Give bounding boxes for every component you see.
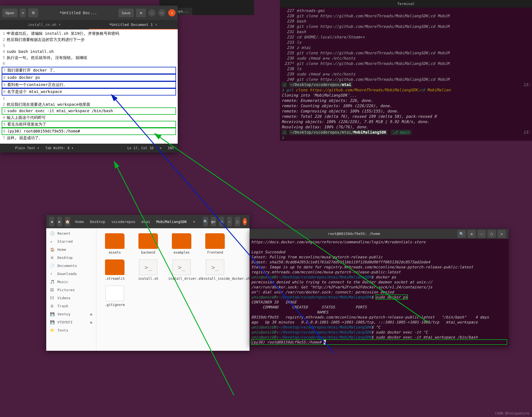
gedit-headerbar: Open ▾ ⧉ *Untitled Doc... Save ≡ — ▢ ✕ bbox=[0, 6, 178, 20]
file-item[interactable]: >_install_inside_docker.sh bbox=[202, 259, 228, 281]
sidebar-icon: ★ bbox=[50, 239, 55, 244]
file-item[interactable]: assets bbox=[101, 233, 128, 254]
close-button[interactable]: ✕ bbox=[497, 230, 506, 238]
sidebar-item[interactable]: ★Starred bbox=[46, 237, 96, 246]
eject-icon[interactable]: ⏏ bbox=[90, 320, 92, 324]
hamburger-menu-button[interactable]: ≡ bbox=[136, 9, 146, 17]
minimize-button[interactable]: — bbox=[477, 230, 486, 238]
file-item[interactable]: .gitignore bbox=[101, 286, 128, 307]
breadcrumb-item[interactable]: MobiMaliangSDK bbox=[154, 219, 189, 225]
gedit-window: Open ▾ ⧉ *Untitled Doc... Save ≡ — ▢ ✕ i… bbox=[0, 6, 178, 153]
chevron-down-icon[interactable]: ▾ bbox=[191, 219, 197, 225]
sidebar-item[interactable]: 🏠Home bbox=[46, 246, 96, 254]
tab-untitled[interactable]: *Untitled Document 1 × bbox=[89, 20, 178, 30]
sidebar-item[interactable]: 📁fonts bbox=[46, 326, 96, 334]
editor-line: 7我们需要打开 docker 了。 bbox=[2, 67, 176, 74]
hamburger-menu-button[interactable]: ≡ bbox=[219, 217, 224, 226]
sidebar-icon: 💾 bbox=[50, 312, 55, 316]
eject-icon[interactable]: ⏏ bbox=[90, 312, 92, 316]
editor-line: 5看见当前环境更改为了 bbox=[2, 121, 176, 128]
file-item[interactable]: backend bbox=[135, 233, 162, 254]
terminal-title: Terminal bbox=[280, 0, 532, 8]
home-icon[interactable]: 🏠 bbox=[65, 217, 70, 226]
sidebar-icon: 📄 bbox=[50, 264, 55, 268]
sidebar-item[interactable]: 🖥Desktop bbox=[46, 254, 96, 262]
gedit-statusbar: Plain Text ▾ Tab Width: 8 ▾ Ln 17, Col 1… bbox=[0, 144, 178, 153]
breadcrumb-item[interactable]: mtai bbox=[139, 219, 152, 225]
editor-line: 3 bbox=[2, 43, 176, 49]
minimize-button[interactable]: — bbox=[227, 217, 232, 226]
close-button[interactable]: ✕ bbox=[243, 218, 247, 225]
sidebar-item[interactable]: 🖼Pictures bbox=[46, 286, 96, 294]
sidebar-icon: 🗑 bbox=[50, 304, 55, 308]
sidebar-item[interactable]: ⬇Downloads bbox=[46, 270, 96, 278]
sidebar-item[interactable]: 🗑Trash bbox=[46, 302, 96, 310]
editor-line: 2然后我们需要根据左边的官方文档进行下一步 bbox=[2, 37, 176, 43]
open-button[interactable]: Open bbox=[2, 9, 18, 17]
editor-line: 0名字是这个 mtai_workspace bbox=[2, 88, 176, 95]
search-button[interactable]: 🔍 bbox=[203, 217, 208, 226]
watermark: CSDN @YuniqueCore bbox=[495, 411, 529, 415]
editor-area[interactable]: 1申请成功后, 请编辑 install.sh 第19行, 并替换账号和密码2然后… bbox=[0, 30, 178, 144]
view-options-button[interactable]: ▤▾ bbox=[211, 217, 216, 226]
close-icon[interactable]: × bbox=[155, 22, 157, 27]
sidebar-icon: 🏠 bbox=[50, 247, 55, 252]
file-item[interactable]: .streamlit bbox=[101, 259, 128, 281]
sidebar-item[interactable]: 🎞Videos bbox=[46, 294, 96, 302]
file-item[interactable]: >_install_driver.sh bbox=[168, 259, 195, 281]
back-button[interactable]: ◀ bbox=[49, 217, 54, 226]
sidebar-icon: 🕘 bbox=[50, 231, 55, 236]
save-button[interactable]: Save bbox=[118, 9, 134, 17]
window-title: *Untitled Doc... bbox=[40, 11, 116, 15]
script-icon: >_ bbox=[172, 259, 191, 275]
files-window: ◀ ▶ 🏠 HomeDesktopvscodereposmtaiMobiMali… bbox=[46, 215, 250, 351]
sidebar-item[interactable]: 💾Ventoy⏏ bbox=[46, 310, 96, 318]
terminal-top[interactable]: Terminal 227mthreads-gmi228git clone htt… bbox=[280, 0, 532, 141]
tab-label: install_cn.sh bbox=[28, 23, 56, 27]
tabwidth-selector[interactable]: Tab Width: 8 ▾ bbox=[45, 146, 74, 150]
folder-icon bbox=[205, 233, 225, 249]
file-item[interactable]: examples bbox=[168, 233, 195, 254]
editor-line: 2然后我们现在需要进入mtai workspace他里面 bbox=[2, 102, 176, 108]
file-item[interactable]: frontend bbox=[202, 233, 228, 254]
close-button[interactable]: ✕ bbox=[168, 9, 175, 16]
insert-mode: INS bbox=[168, 146, 174, 150]
close-icon[interactable]: × bbox=[58, 22, 61, 27]
editor-line: 3sudo docker exec -it mtai_workspace /bi… bbox=[2, 107, 176, 115]
editor-line: 1申请成功后, 请编辑 install.sh 第19行, 并替换账号和密码 bbox=[2, 31, 176, 37]
breadcrumb-item[interactable]: Home bbox=[73, 219, 86, 225]
lncol-menu[interactable]: ▾ bbox=[160, 146, 162, 150]
folder-icon bbox=[172, 233, 191, 249]
open-recent-button[interactable]: ▾ bbox=[20, 9, 26, 17]
file-item[interactable]: >_install.sh bbox=[135, 259, 162, 281]
language-selector[interactable]: Plain Text ▾ bbox=[15, 146, 39, 150]
sidebar-icon: 🖥 bbox=[50, 256, 55, 260]
breadcrumb-item[interactable]: vscoderepos bbox=[109, 219, 138, 225]
files-sidebar: 🕘Recent★Starred🏠Home🖥Desktop📄Documents⬇D… bbox=[46, 228, 96, 351]
minimize-button[interactable]: — bbox=[148, 9, 155, 16]
maximize-button[interactable]: ▢ bbox=[487, 230, 496, 238]
terminal-bottom[interactable]: root@88159dcf9e55: /home 🔍 ≡ — ▢ ✕ https… bbox=[250, 229, 509, 346]
editor-line: 9看到有一个container正在运行。 bbox=[2, 81, 176, 89]
tab-install-cn[interactable]: install_cn.sh × bbox=[0, 20, 89, 30]
editor-line: 7这样, 就是成功了。 bbox=[2, 135, 176, 141]
script-icon: >_ bbox=[139, 259, 157, 275]
sidebar-item[interactable]: 🕘Recent bbox=[46, 229, 96, 237]
breadcrumb-item[interactable]: Desktop bbox=[88, 219, 108, 225]
forward-button[interactable]: ▶ bbox=[57, 217, 62, 226]
editor-line: 6 bbox=[2, 61, 176, 67]
editor-line: 4sudo bash install.sh bbox=[2, 49, 176, 55]
sidebar-item[interactable]: 📄Documents bbox=[46, 262, 96, 270]
maximize-button[interactable]: ▢ bbox=[158, 9, 165, 16]
root-prompt[interactable]: (py38) root@88159dcf9e55:/home# bbox=[251, 340, 507, 345]
files-headerbar: ◀ ▶ 🏠 HomeDesktopvscodereposmtaiMobiMali… bbox=[46, 215, 250, 228]
maximize-button[interactable]: ▢ bbox=[235, 217, 240, 226]
search-button[interactable]: 🔍 bbox=[457, 230, 466, 238]
files-iconview[interactable]: assetsbackendexamplesfrontend.streamlit>… bbox=[96, 228, 250, 351]
hamburger-menu-button[interactable]: ≡ bbox=[467, 230, 476, 238]
sidebar-item[interactable]: 💾VTOYEFI⏏ bbox=[46, 318, 96, 326]
editor-line: 4输入上面这个代码即可 bbox=[2, 115, 176, 121]
new-tab-button[interactable]: ⧉ bbox=[28, 8, 38, 17]
folder-icon bbox=[105, 259, 125, 275]
sidebar-item[interactable]: 🎵Music bbox=[46, 278, 96, 286]
